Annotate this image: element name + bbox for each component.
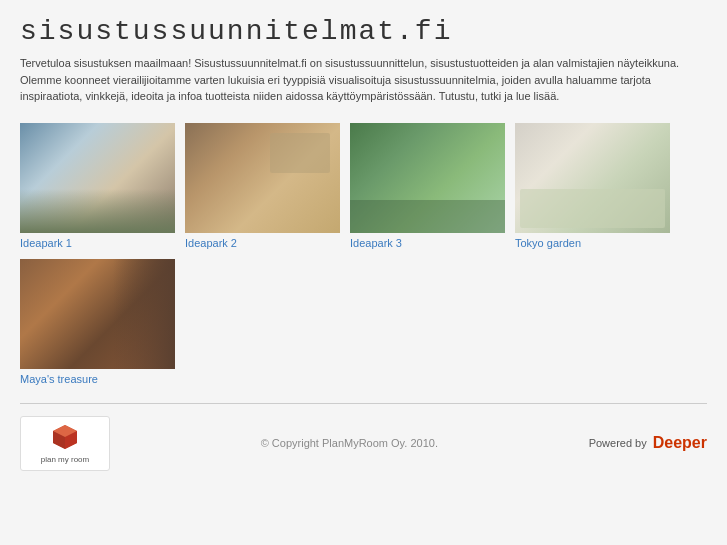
planmyroom-logo: plan my room [41, 421, 89, 465]
intro-text: Tervetuloa sisustuksen maailmaan! Sisust… [20, 55, 700, 105]
gallery-thumb-maya [20, 259, 175, 369]
gallery-label-link-ideapark3[interactable]: Ideapark 3 [350, 237, 505, 249]
list-item: Ideapark 2 [185, 123, 340, 249]
gallery-thumb-link-ideapark3[interactable] [350, 123, 505, 233]
gallery-grid-row2: Maya's treasure [20, 259, 707, 385]
list-item: Tokyo garden [515, 123, 670, 249]
list-item: Maya's treasure [20, 259, 175, 385]
list-item: Ideapark 1 [20, 123, 175, 249]
list-item: Ideapark 3 [350, 123, 505, 249]
gallery-label-link-ideapark1[interactable]: Ideapark 1 [20, 237, 175, 249]
footer-powered-by: Powered by Deeper [589, 434, 707, 452]
gallery-label-link-maya[interactable]: Maya's treasure [20, 373, 175, 385]
gallery-thumb-link-maya[interactable] [20, 259, 175, 369]
gallery-label-link-ideapark2[interactable]: Ideapark 2 [185, 237, 340, 249]
gallery-thumb-link-ideapark2[interactable] [185, 123, 340, 233]
gallery-thumb-tokyo [515, 123, 670, 233]
gallery-thumb-link-tokyo[interactable] [515, 123, 670, 233]
deeper-brand-label: Deeper [653, 434, 707, 452]
site-title: sisustussuunnitelmat.fi [20, 16, 707, 47]
logo-text: plan my room [41, 455, 89, 465]
gallery-thumb-ideapark2 [185, 123, 340, 233]
gallery-thumb-ideapark1 [20, 123, 175, 233]
gallery-thumb-ideapark3 [350, 123, 505, 233]
footer: plan my room © Copyright PlanMyRoom Oy. … [20, 404, 707, 487]
footer-copyright: © Copyright PlanMyRoom Oy. 2010. [261, 437, 438, 449]
gallery-thumb-link-ideapark1[interactable] [20, 123, 175, 233]
powered-by-label: Powered by [589, 437, 647, 449]
footer-logo: plan my room [20, 416, 110, 471]
logo-cube-icon [49, 421, 81, 453]
gallery-label-link-tokyo[interactable]: Tokyo garden [515, 237, 670, 249]
page-wrapper: sisustussuunnitelmat.fi Tervetuloa sisus… [0, 0, 727, 545]
gallery-grid: Ideapark 1 Ideapark 2 Ideapark 3 Tokyo g… [20, 123, 707, 249]
